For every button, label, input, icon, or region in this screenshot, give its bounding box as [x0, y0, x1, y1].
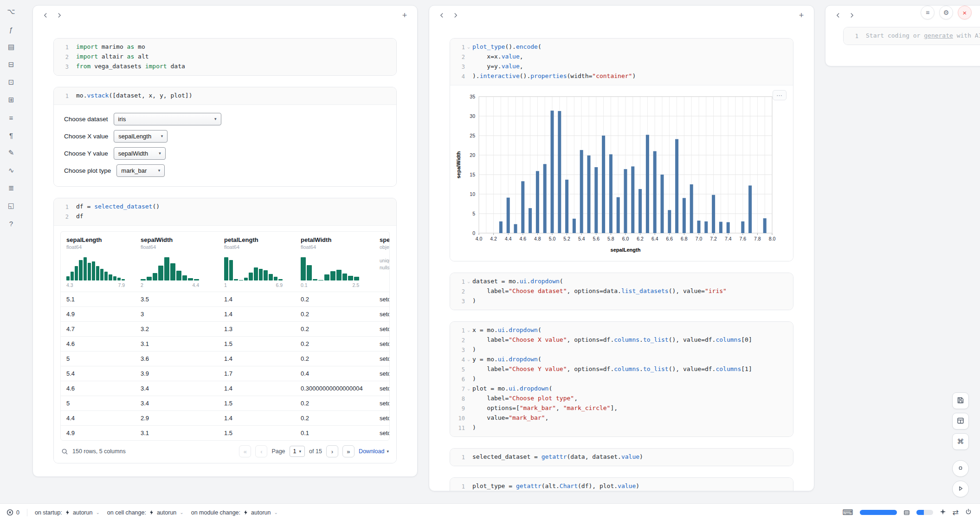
fold-toggle[interactable]: ⌄ [465, 42, 472, 52]
memory-usage-bar[interactable] [860, 510, 897, 515]
code-line: 1selected_dataset = getattr(data, datase… [450, 452, 790, 462]
add-cell-button[interactable]: + [399, 9, 411, 21]
packages-icon[interactable]: ⊡ [5, 76, 17, 88]
swap-button[interactable]: ⇄ [953, 508, 959, 517]
dropdown-label: Choose X value [64, 133, 108, 140]
autorun-on-startup[interactable]: on startup: autorun ⌄ [35, 509, 100, 516]
fold-toggle[interactable]: ⌄ [465, 355, 472, 365]
line-number: 1 [450, 42, 465, 52]
code-editor[interactable]: 1mo.vstack([dataset, x, y, plot]) [54, 87, 396, 104]
last-page-button[interactable]: » [342, 445, 355, 457]
autorun-on-module-change[interactable]: on module change: autorun ⌄ [191, 509, 278, 516]
line-number: 11 [450, 423, 465, 433]
fold-toggle[interactable]: ⌄ [465, 384, 472, 394]
code-editor[interactable]: 1df = selected_dataset()2df [54, 198, 396, 225]
help-icon[interactable]: ? [5, 217, 17, 229]
save-icon [957, 397, 964, 405]
table-cell: 3.1 [135, 337, 219, 351]
chevron-down-icon: ⌄ [180, 510, 183, 515]
keyboard-shortcuts-button[interactable]: ⌨ [843, 508, 853, 517]
scratchpad-icon[interactable]: ◱ [5, 200, 17, 212]
chevron-right-icon[interactable] [450, 9, 462, 21]
download-button[interactable]: Download▾ [359, 448, 389, 455]
column-header[interactable]: sepalLengthfloat644.37.9 [61, 232, 135, 292]
chevron-left-icon[interactable] [39, 9, 52, 21]
stop-kernel-button[interactable] [952, 460, 969, 477]
column-histogram [66, 255, 125, 280]
column-header[interactable]: speciesobjectunique:nulls: [374, 232, 390, 292]
svg-text:6.4: 6.4 [651, 236, 658, 241]
code-line: 4⌄y = mo.ui.dropdown( [450, 355, 790, 365]
command-palette-button[interactable]: ⌘ [952, 433, 969, 450]
fold-toggle[interactable]: ⌄ [465, 326, 472, 335]
logs-icon[interactable]: ≣ [5, 182, 17, 194]
power-button[interactable] [965, 508, 972, 517]
notebook-menu-button[interactable]: ≡ [921, 6, 935, 20]
column-header[interactable]: petalWidthfloat640.12.5 [295, 232, 374, 292]
tracing-icon[interactable]: ∿ [5, 164, 17, 176]
code-editor[interactable]: 1import marimo as mo2import altair as al… [54, 39, 396, 75]
column-header[interactable]: sepalWidthfloat6424.4 [135, 232, 219, 292]
code-editor[interactable]: 1⌄x = mo.ui.dropdown(2 label="Choose X v… [450, 322, 793, 436]
error-indicator[interactable]: 0 [6, 509, 19, 516]
search-icon[interactable] [61, 448, 68, 455]
add-cell-button[interactable]: + [795, 9, 807, 21]
table-cell: 4.6 [61, 381, 135, 396]
svg-text:5.8: 5.8 [607, 236, 614, 241]
documentation-icon[interactable]: ¶ [5, 129, 17, 141]
chevron-left-icon[interactable] [436, 9, 448, 21]
vstack-cell: 1mo.vstack([dataset, x, y, plot]) Choose… [53, 87, 397, 187]
right-cells: 1 Start coding or generate with AI. [825, 25, 980, 53]
chart-menu-button[interactable]: ⋯ [773, 90, 787, 100]
code-editor[interactable]: 1selected_dataset = getattr(data, datase… [450, 449, 793, 466]
prev-page-button[interactable]: ‹ [255, 445, 267, 457]
cpu-usage-bar[interactable] [916, 510, 933, 515]
functions-icon[interactable]: ƒ [5, 23, 17, 35]
run-all-button[interactable] [952, 481, 969, 497]
chevron-left-icon[interactable] [832, 9, 844, 21]
variables-icon[interactable]: ⊟ [5, 59, 17, 71]
datasets-icon[interactable]: ▤ [5, 41, 17, 53]
altair-chart[interactable]: 051015202530354.04.24.44.64.85.05.25.45.… [455, 91, 788, 256]
next-page-button[interactable]: › [326, 445, 338, 457]
dataset-dropdown[interactable]: iris▾ [114, 113, 221, 125]
code-line: 6) [450, 374, 790, 384]
plot-type-dropdown[interactable]: mark_bar▾ [116, 164, 165, 177]
table-cell: 4.7 [61, 322, 135, 336]
chevron-right-icon[interactable] [846, 9, 858, 21]
code-editor[interactable]: 1plot_type = getattr(alt.Chart(df), plot… [450, 478, 793, 491]
x-value-dropdown[interactable]: sepalLength▾ [114, 130, 168, 143]
file-explorer-icon[interactable]: ⌥ [5, 6, 17, 18]
ai-assistant-button[interactable] [940, 508, 946, 517]
code-editor[interactable]: 1⌄dataset = mo.ui.dropdown(2 label="Choo… [450, 273, 793, 310]
svg-text:4.4: 4.4 [505, 236, 512, 241]
code-editor[interactable]: 1⌄plot_type().encode(2 x=x.value,3 y=y.v… [450, 39, 793, 85]
svg-text:15: 15 [470, 172, 475, 177]
table-cell: setosa [374, 322, 390, 336]
code-editor[interactable]: 1 Start coding or generate with AI. [844, 27, 980, 45]
table-header-row: sepalLengthfloat644.37.9sepalWidthfloat6… [61, 232, 390, 292]
svg-text:0: 0 [472, 230, 475, 236]
code-line: 9 options=["mark_bar", "mark_circle"], [450, 404, 790, 413]
outline-icon[interactable]: ≡ [5, 111, 17, 124]
snippets-icon[interactable]: ✎ [5, 147, 17, 159]
memory-usage-fill [860, 510, 897, 515]
table-row: 4.63.41.40.30000000000000004setosa [61, 381, 390, 396]
app-view-button[interactable] [952, 413, 969, 430]
chevron-right-icon[interactable] [53, 9, 65, 21]
svg-text:7.6: 7.6 [739, 236, 746, 241]
dependencies-icon[interactable]: ⊞ [5, 94, 17, 106]
save-button[interactable] [952, 392, 969, 409]
settings-button[interactable]: ⚙ [939, 6, 953, 20]
y-value-dropdown[interactable]: sepalWidth▾ [114, 147, 166, 160]
table-cell: 3 [135, 307, 219, 321]
autorun-on-cell-change[interactable]: on cell change: autorun ⌄ [107, 509, 184, 516]
cell-output: 051015202530354.04.24.44.64.85.05.25.45.… [450, 85, 793, 261]
shutdown-button[interactable]: × [958, 6, 972, 20]
column-header[interactable]: petalLengthfloat6416.9 [219, 232, 295, 292]
first-page-button[interactable]: « [239, 445, 251, 457]
generate-ai-link[interactable]: generate [924, 32, 953, 39]
table-row: 5.13.51.40.2setosa [61, 292, 390, 306]
fold-toggle[interactable]: ⌄ [465, 277, 472, 287]
page-select[interactable]: 1▾ [290, 446, 305, 457]
